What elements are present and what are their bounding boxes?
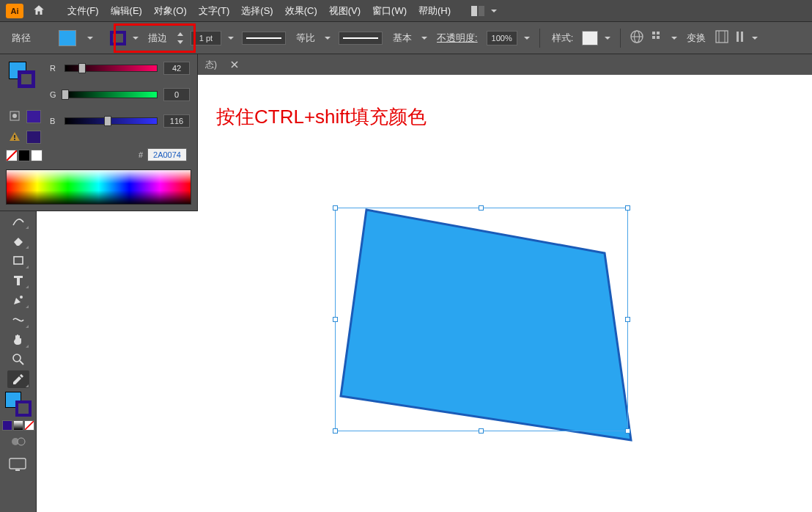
opacity-label[interactable]: 不透明度:: [434, 32, 481, 45]
document-tab-bar: 态): [198, 54, 246, 75]
style-label: 样式:: [549, 32, 577, 45]
svg-rect-9: [716, 31, 728, 43]
none-bw-swatches: [6, 150, 43, 161]
selection-handle-se[interactable]: [625, 428, 630, 434]
pen-tool[interactable]: [7, 291, 29, 309]
hex-input[interactable]: [147, 148, 187, 161]
menu-select[interactable]: 选择(S): [235, 4, 278, 18]
globe-icon[interactable]: [630, 29, 644, 46]
none-swatch[interactable]: [6, 150, 18, 161]
svg-rect-6: [657, 32, 660, 34]
out-of-web-row[interactable]: [9, 110, 41, 123]
home-icon[interactable]: [32, 4, 47, 18]
chevron-down-icon[interactable]: [604, 34, 611, 42]
none-mode[interactable]: [24, 420, 34, 431]
selection-handle-w[interactable]: [333, 317, 338, 322]
brush-definition[interactable]: [339, 32, 383, 45]
b-slider[interactable]: [64, 117, 158, 125]
b-slider-row: B 116: [50, 113, 190, 129]
chevron-down-icon[interactable]: [227, 34, 235, 42]
document-tab-title-partial[interactable]: 态): [205, 59, 217, 71]
width-tool[interactable]: [7, 311, 29, 329]
zoom-tool[interactable]: [7, 351, 29, 368]
stroke-label[interactable]: 描边: [145, 32, 170, 45]
selection-handle-nw[interactable]: [333, 205, 338, 211]
svg-point-21: [13, 354, 21, 362]
stroke-weight-input[interactable]: [191, 31, 221, 45]
menubar: Ai 文件(F) 编辑(E) 对象(O) 文字(T) 选择(S) 效果(C) 视…: [0, 0, 812, 22]
eraser-tool[interactable]: [7, 232, 29, 249]
hand-tool[interactable]: [7, 331, 29, 348]
chevron-down-icon[interactable]: [671, 34, 678, 42]
chevron-down-icon[interactable]: [523, 34, 531, 42]
r-slider[interactable]: [64, 65, 158, 72]
g-value[interactable]: 0: [163, 88, 190, 101]
g-slider[interactable]: [64, 91, 158, 98]
graphic-style-swatch[interactable]: [582, 31, 598, 45]
menu-object[interactable]: 对象(O): [148, 4, 193, 18]
solid-color-mode[interactable]: [2, 420, 12, 431]
svg-rect-1: [479, 6, 484, 16]
transform-label[interactable]: 变换: [684, 32, 709, 45]
selection-context-label: 路径: [12, 32, 31, 45]
stroke-color-swatch[interactable]: [110, 31, 126, 45]
menu-help[interactable]: 帮助(H): [413, 4, 457, 18]
b-value[interactable]: 116: [163, 114, 190, 128]
menu-view[interactable]: 视图(V): [323, 4, 366, 18]
curvature-tool[interactable]: [7, 212, 29, 230]
drawmode-icon[interactable]: [7, 433, 29, 450]
selection-bounding-box[interactable]: [335, 208, 628, 431]
isolate-icon[interactable]: [715, 29, 729, 46]
menu-edit[interactable]: 编辑(E): [105, 4, 148, 18]
svg-point-20: [20, 296, 23, 299]
chevron-down-icon[interactable]: [751, 34, 759, 42]
eyedropper-tool[interactable]: [7, 370, 29, 388]
menu-effect[interactable]: 效果(C): [279, 4, 323, 18]
close-icon[interactable]: [230, 60, 239, 69]
brush-label: 基本: [390, 32, 415, 45]
align-icon: [650, 29, 665, 46]
color-panel: R 42 G 0 B 116 #: [0, 54, 198, 211]
panel-stroke-swatch[interactable]: [18, 70, 35, 88]
menu-file[interactable]: 文件(F): [62, 4, 105, 18]
r-slider-row: R 42: [50, 60, 190, 76]
r-value[interactable]: 42: [163, 62, 190, 75]
black-swatch[interactable]: [18, 150, 30, 161]
color-spectrum[interactable]: [6, 169, 191, 205]
g-slider-row: G 0: [50, 87, 190, 103]
menu-type[interactable]: 文字(T): [193, 4, 236, 18]
gradient-mode[interactable]: [13, 420, 23, 431]
profile-label: 等比: [293, 32, 318, 45]
fill-stroke-indicator[interactable]: [5, 392, 32, 417]
menu-layout-switcher[interactable]: [471, 6, 498, 16]
fill-color-swatch[interactable]: [59, 30, 76, 46]
chevron-down-icon[interactable]: [421, 34, 428, 42]
chevron-down-icon[interactable]: [132, 34, 139, 42]
r-channel-label: R: [50, 64, 59, 73]
svg-rect-19: [14, 257, 23, 264]
svg-line-23: [25, 421, 34, 430]
menu-window[interactable]: 窗口(W): [366, 4, 413, 18]
divider: [620, 29, 621, 48]
in-gamut-swatch[interactable]: [26, 131, 41, 144]
rectangle-tool[interactable]: [7, 252, 29, 269]
web-safe-swatch[interactable]: [26, 110, 41, 123]
selection-handle-e[interactable]: [625, 317, 630, 322]
selection-handle-n[interactable]: [479, 205, 484, 211]
selection-handle-ne[interactable]: [625, 205, 630, 211]
tool-stroke-swatch[interactable]: [15, 401, 32, 417]
hex-hash-label: #: [139, 150, 143, 159]
color-panel-fillstroke[interactable]: [9, 62, 35, 88]
selection-handle-s[interactable]: [479, 428, 484, 434]
stepper-icon[interactable]: [176, 32, 185, 45]
vbar-icon[interactable]: [735, 29, 745, 46]
selection-handle-sw[interactable]: [333, 428, 338, 434]
chevron-down-icon[interactable]: [86, 34, 94, 42]
type-tool[interactable]: [7, 271, 29, 289]
white-swatch[interactable]: [31, 150, 43, 161]
screenmode-icon[interactable]: [8, 457, 29, 473]
chevron-down-icon[interactable]: [324, 34, 331, 42]
out-of-gamut-row[interactable]: [9, 131, 41, 144]
variable-width-profile[interactable]: [242, 32, 286, 45]
opacity-input[interactable]: [487, 31, 517, 45]
